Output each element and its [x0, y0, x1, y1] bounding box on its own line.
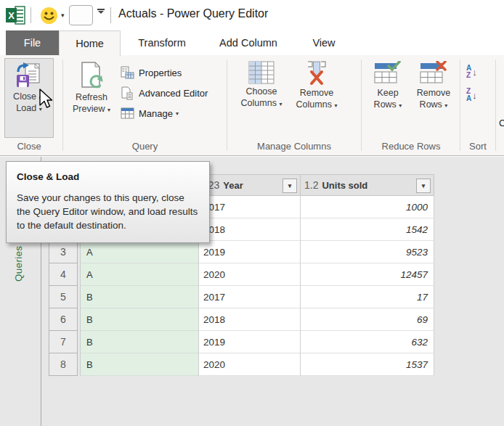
tab-file[interactable]: File [6, 30, 59, 55]
tab-transform[interactable]: Transform [129, 30, 195, 55]
advanced-editor-label: Advanced Editor [139, 88, 208, 99]
row-number-cell[interactable]: 4 [49, 263, 78, 286]
group-divider [227, 60, 227, 151]
remove-columns-label-line1: Remove [300, 88, 334, 98]
dropdown-caret-icon: ▾ [334, 102, 337, 109]
year-filter-dropdown[interactable]: ▾ [283, 179, 297, 193]
row-number-cell[interactable]: 7 [49, 331, 78, 353]
sort-az-bottom-letter: Z [466, 72, 471, 79]
remove-columns-button[interactable]: Remove Columns ▾ [290, 58, 344, 138]
product-cell[interactable]: A [80, 263, 199, 286]
choose-columns-button[interactable]: Choose Columns ▾ [235, 58, 288, 138]
units-sold-filter-dropdown[interactable]: ▾ [416, 179, 431, 193]
year-cell[interactable]: 2018 [199, 308, 301, 331]
product-cell[interactable]: A [80, 241, 199, 263]
smiley-qat-button-icon[interactable] [40, 7, 58, 25]
smiley-dropdown-caret-icon[interactable]: ▾ [61, 12, 65, 19]
remove-rows-label-line2: Rows [420, 99, 442, 110]
year-cell[interactable]: 2020 [199, 353, 301, 376]
decimal-number-type-icon[interactable]: 1.2 [304, 179, 318, 191]
sort-descending-button[interactable]: Z A ↓ [466, 86, 491, 105]
dropdown-caret-icon: ▾ [279, 101, 282, 107]
units-sold-cell[interactable]: 632 [301, 331, 434, 353]
product-cell[interactable]: B [80, 353, 199, 376]
row-number-cell[interactable]: 5 [49, 286, 78, 308]
keep-rows-button[interactable]: Keep Rows ▾ [366, 58, 410, 138]
year-cell[interactable]: 2020 [199, 263, 301, 286]
tab-view[interactable]: View [304, 30, 344, 55]
remove-columns-icon [304, 61, 330, 86]
refresh-preview-icon [78, 61, 105, 90]
group-label-reduce-rows: Reduce Rows [362, 141, 460, 152]
year-cell[interactable]: 2019 [199, 331, 301, 353]
close-load-label-line2: Load [16, 103, 36, 113]
tab-home[interactable]: Home [59, 30, 121, 56]
properties-button[interactable]: Properties [121, 64, 182, 81]
svg-text:X: X [8, 10, 15, 21]
ribbon-home: Close & Load ▾ Close Refresh Preview ▾ [0, 55, 504, 156]
advanced-editor-button[interactable]: Advanced Editor [121, 84, 208, 102]
units-sold-column-title: Units sold [322, 180, 367, 191]
units-sold-cell[interactable]: 1537 [301, 353, 434, 376]
sort-za-bottom-letter: A [466, 95, 471, 102]
units-sold-cell[interactable]: 1000 [301, 196, 434, 218]
ribbon-tab-bar: File Home Transform Add Column View [0, 30, 504, 55]
refresh-preview-label-line1: Refresh [76, 92, 107, 102]
choose-columns-icon [248, 61, 275, 84]
remove-rows-icon [420, 61, 447, 86]
product-cell[interactable]: B [80, 308, 199, 331]
units-sold-cell[interactable]: 17 [301, 286, 434, 308]
refresh-preview-button[interactable]: Refresh Preview ▾ [67, 58, 116, 138]
keep-rows-label-line2: Rows [374, 99, 397, 110]
close-load-icon [15, 62, 43, 89]
year-column-header[interactable]: 123 Year ▾ [199, 174, 301, 196]
tooltip-title: Close & Load [17, 171, 199, 182]
units-sold-column-header[interactable]: 1.2 Units sold ▾ [301, 174, 434, 196]
manage-icon [121, 107, 134, 119]
qat-customize-toolbar-button[interactable] [97, 9, 105, 14]
sort-ascending-button[interactable]: A Z ↓ [466, 62, 491, 81]
dropdown-caret-icon: ▾ [399, 102, 402, 109]
tab-add-column[interactable]: Add Column [212, 30, 285, 55]
titlebar-divider [110, 7, 111, 23]
choose-columns-label-line2: Columns [241, 98, 277, 108]
units-sold-cell[interactable]: 9523 [301, 241, 434, 263]
group-label-close: Close [4, 141, 54, 152]
queries-pane-label: Queries [13, 246, 24, 282]
properties-icon [121, 66, 134, 79]
qat-blank-button[interactable] [69, 5, 93, 25]
row-number-cell[interactable]: 6 [49, 308, 78, 331]
product-cell[interactable]: B [80, 331, 199, 353]
remove-rows-button[interactable]: Remove Rows ▾ [411, 58, 456, 138]
mouse-cursor-icon [38, 89, 54, 110]
year-cell[interactable]: 2019 [199, 241, 301, 263]
row-number-cell[interactable]: 3 [49, 241, 78, 263]
year-cell[interactable]: 2017 [199, 196, 301, 218]
product-cell[interactable]: B [80, 286, 199, 308]
table-row: 6 B 2018 69 [49, 308, 434, 331]
advanced-editor-icon [121, 86, 134, 100]
group-label-query: Query [67, 141, 223, 152]
group-divider [62, 60, 63, 151]
units-sold-cell[interactable]: 12457 [301, 263, 434, 286]
units-sold-cell[interactable]: 69 [301, 308, 434, 331]
qat-customize-bar-icon [97, 9, 105, 10]
remove-columns-label-line2: Columns [296, 99, 332, 110]
excel-app-icon: X [6, 6, 25, 25]
row-number-cell[interactable]: 8 [49, 353, 78, 376]
down-arrow-icon: ↓ [472, 67, 477, 78]
down-arrow-icon: ↓ [472, 90, 477, 101]
manage-label: Manage [139, 108, 173, 119]
close-and-load-tooltip: Close & Load Save your changes to this q… [6, 161, 210, 243]
manage-button[interactable]: Manage ▾ [121, 105, 179, 122]
table-row: 5 B 2017 17 [49, 286, 434, 308]
choose-columns-label-line1: Choose [245, 86, 277, 97]
units-sold-cell[interactable]: 1542 [301, 218, 434, 241]
group-label-sort: Sort [461, 141, 495, 152]
year-cell[interactable]: 2017 [199, 286, 301, 308]
title-bar: X ▾ Actuals - Power Query Editor [0, 0, 504, 30]
refresh-preview-label-line2: Preview [73, 104, 105, 114]
year-cell[interactable]: 2018 [199, 218, 301, 241]
dropdown-caret-icon: ▾ [107, 107, 110, 113]
clipped-next-group-text: C [499, 118, 504, 128]
